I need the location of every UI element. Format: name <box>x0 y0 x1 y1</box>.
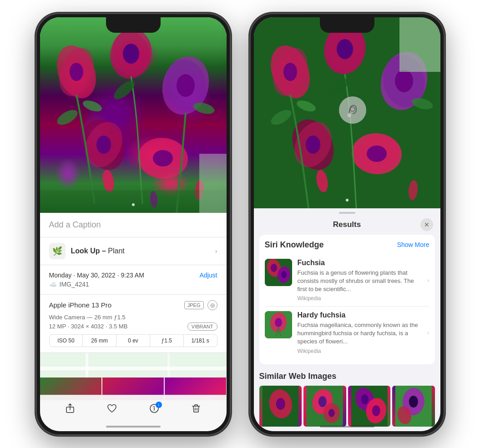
visual-lookup-dot <box>347 113 351 117</box>
right-home-indicator <box>320 426 374 428</box>
similar-image-1[interactable] <box>259 386 302 427</box>
camera-model-row: Apple iPhone 13 Pro JPEG ◎ <box>49 300 217 310</box>
exif-aperture: ƒ1.5 <box>150 335 184 347</box>
svg-point-66 <box>276 398 285 410</box>
similar-images-title: Similar Web Images <box>259 372 435 381</box>
siri-knowledge-title: Siri Knowledge <box>265 240 324 250</box>
fuchsia-arrow-icon: › <box>427 277 429 284</box>
similar-image-2[interactable] <box>303 386 346 427</box>
svg-point-14 <box>153 150 173 166</box>
right-photo-dot <box>346 199 349 201</box>
left-phone-screen: Add a Caption 🌿 Look Up – Plant › Monday… <box>40 17 227 431</box>
resolution-info: 12 MP · 3024 × 4032 · 3.5 MB <box>49 323 128 330</box>
svg-point-58 <box>271 264 277 272</box>
map-section[interactable] <box>40 353 227 400</box>
cloud-icon: ☁️ <box>49 281 57 288</box>
right-phone-content: Results ✕ Siri Knowledge Show More <box>254 17 440 431</box>
jpeg-tag: JPEG <box>184 301 204 309</box>
left-phone: Add a Caption 🌿 Look Up – Plant › Monday… <box>35 13 231 436</box>
location-icon: ◎ <box>207 300 217 310</box>
svg-point-79 <box>409 396 418 408</box>
svg-point-71 <box>328 409 335 417</box>
camera-tags: JPEG ◎ <box>184 300 217 310</box>
show-more-button[interactable]: Show More <box>397 241 429 248</box>
svg-rect-54 <box>399 17 440 72</box>
svg-point-5 <box>123 44 139 64</box>
lens-info: Wide Camera — 26 mm ƒ1.5 <box>49 314 217 321</box>
similar-image-3[interactable] <box>348 386 391 427</box>
camera-section: Apple iPhone 13 Pro JPEG ◎ Wide Camera —… <box>40 295 227 353</box>
exif-row: ISO 50 26 mm 0 ev ƒ1.5 1/181 s <box>49 334 217 347</box>
similar-images-grid <box>259 386 435 427</box>
share-button[interactable] <box>65 403 75 413</box>
svg-rect-23 <box>199 154 227 213</box>
lookup-label: Look Up – Plant <box>71 247 125 255</box>
svg-point-8 <box>177 74 195 97</box>
flower-photo[interactable] <box>40 17 227 213</box>
svg-point-63 <box>275 318 282 327</box>
siri-knowledge-section: Siri Knowledge Show More <box>259 235 435 364</box>
visual-lookup-button[interactable] <box>339 96 366 124</box>
home-indicator <box>106 426 161 428</box>
hardy-fuchsia-arrow-icon: › <box>427 329 429 336</box>
svg-point-60 <box>281 271 287 278</box>
lookup-row[interactable]: 🌿 Look Up – Plant › <box>40 237 227 265</box>
right-flower-photo[interactable] <box>254 17 440 208</box>
photo-page-dot <box>132 203 135 206</box>
svg-rect-25 <box>40 367 227 370</box>
fuchsia-description: Fuchsia is a genus of flowering plants t… <box>298 269 422 294</box>
svg-point-74 <box>361 394 368 404</box>
svg-point-41 <box>395 70 413 92</box>
similar-image-4[interactable] <box>392 386 435 427</box>
camera-specs-row: 12 MP · 3024 × 4032 · 3.5 MB VIBRANT <box>49 322 217 331</box>
svg-point-15 <box>55 107 80 128</box>
phones-container: Add a Caption 🌿 Look Up – Plant › Monday… <box>26 4 454 445</box>
info-button[interactable]: i <box>149 403 159 413</box>
hardy-fuchsia-info: Hardy fuchsia Fuchsia magellanica, commo… <box>298 311 422 354</box>
lookup-arrow-icon: › <box>215 247 217 255</box>
filename-row: ☁️ IMG_4241 <box>49 281 217 288</box>
results-title: Results <box>274 220 420 229</box>
right-notch <box>320 17 374 33</box>
svg-point-69 <box>318 396 327 407</box>
exif-iso: ISO 50 <box>50 335 83 347</box>
visual-lookup-icon: 🌿 <box>49 243 66 259</box>
photo-info-panel: Add a Caption 🌿 Look Up – Plant › Monday… <box>40 213 227 400</box>
meta-date-row: Monday · May 30, 2022 · 9:23 AM Adjust <box>49 272 217 279</box>
knowledge-item-fuchsia[interactable]: Fuchsia Fuchsia is a genus of flowering … <box>265 254 429 307</box>
fuchsia-source: Wikipedia <box>298 295 422 302</box>
results-scroll-area[interactable]: Siri Knowledge Show More <box>254 235 440 431</box>
svg-point-16 <box>81 98 103 114</box>
close-button[interactable]: ✕ <box>420 218 433 231</box>
favorite-button[interactable] <box>107 403 117 413</box>
exif-focal: 26 mm <box>83 335 116 347</box>
caption-area[interactable]: Add a Caption <box>40 213 227 237</box>
svg-point-35 <box>283 63 297 81</box>
fuchsia-info: Fuchsia Fuchsia is a genus of flowering … <box>298 259 422 302</box>
results-panel: Results ✕ Siri Knowledge Show More <box>254 208 440 431</box>
svg-point-38 <box>337 39 353 59</box>
caption-placeholder[interactable]: Add a Caption <box>49 220 101 229</box>
filename: IMG_4241 <box>60 281 89 288</box>
hardy-fuchsia-title: Hardy fuchsia <box>298 311 422 319</box>
style-tag: VIBRANT <box>187 322 217 331</box>
svg-point-47 <box>367 146 387 162</box>
info-badge: i <box>156 402 162 408</box>
knowledge-item-hardy-fuchsia[interactable]: Hardy fuchsia Fuchsia magellanica, commo… <box>265 307 429 359</box>
right-phone: Results ✕ Siri Knowledge Show More <box>249 13 445 436</box>
camera-model: Apple iPhone 13 Pro <box>49 301 112 309</box>
exif-ev: 0 ev <box>116 335 150 347</box>
delete-button[interactable] <box>191 403 201 413</box>
fuchsia-thumbnail <box>265 259 292 286</box>
notch <box>106 17 161 33</box>
exif-shutter: 1/181 s <box>184 335 217 347</box>
metadata-section: Monday · May 30, 2022 · 9:23 AM Adjust ☁… <box>40 265 227 295</box>
hardy-fuchsia-source: Wikipedia <box>298 348 422 354</box>
right-phone-screen: Results ✕ Siri Knowledge Show More <box>254 17 440 431</box>
svg-point-19 <box>101 169 115 193</box>
similar-images-section: Similar Web Images <box>259 372 435 427</box>
results-header: Results ✕ <box>254 214 440 235</box>
adjust-button[interactable]: Adjust <box>200 272 217 279</box>
svg-point-76 <box>372 405 380 416</box>
svg-point-11 <box>96 136 111 154</box>
